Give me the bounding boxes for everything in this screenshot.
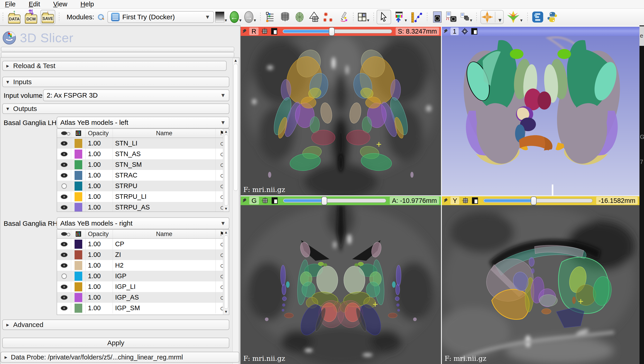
menu-item-edit[interactable]: Edit [29,1,40,8]
model-name[interactable]: CP [113,239,216,249]
menu-item-file[interactable]: File [5,1,16,8]
visibility-eye-icon[interactable] [61,141,68,146]
model-color-swatch[interactable] [74,282,82,291]
model-color-swatch[interactable] [74,203,82,212]
threed-view-label[interactable]: 1 [450,28,459,35]
visibility-eye-icon[interactable] [61,205,68,210]
panel-help-bar[interactable] [1,47,234,52]
model-opacity[interactable]: 1.00 [86,202,113,212]
toolbar-handle[interactable] [373,12,374,22]
slice-offset-slider[interactable] [283,199,386,203]
models-icon[interactable] [294,11,306,23]
model-table-row[interactable]: 1.00 STN_AS ○ [57,149,229,159]
save-button[interactable]: ↓ SAVE [40,10,55,24]
pin-icon[interactable] [444,198,449,203]
model-name[interactable]: STRPU_AS [113,202,216,212]
model-table-row[interactable]: 1.00 IGP ○ [57,271,229,281]
model-table-row[interactable]: 1.00 STRPU_AS ○ [57,202,229,212]
model-name[interactable]: IGP_LI [113,281,216,292]
toolbar-handle[interactable] [476,12,477,22]
threed-viewport[interactable]: 1 [442,27,640,195]
layout-selector-icon[interactable]: ▾ [358,11,369,23]
model-name[interactable]: STN_AS [113,149,216,159]
apply-button[interactable]: Apply [2,338,229,348]
rh-model-selector[interactable]: Atlas YeB models - right ▼ [57,217,229,229]
forward-arrow-icon[interactable]: →▾ [244,11,256,23]
panel-scrollbar[interactable]: ▲▼ [232,58,239,364]
model-color-swatch[interactable] [74,149,82,159]
pin-icon[interactable] [242,198,248,203]
yellow-slice-canvas[interactable]: F: mri.nii.gz [442,205,640,364]
lh-model-selector[interactable]: Atlas YeB models - left ▼ [57,117,229,128]
model-color-swatch[interactable] [74,272,82,281]
section-advanced[interactable]: ▸ Advanced [2,319,229,330]
ruler-measurement-icon[interactable] [411,11,423,23]
window-level-icon[interactable]: ▾ [392,11,408,23]
model-table-row[interactable]: 1.00 ZI ○ [57,249,229,260]
model-table-row[interactable]: 1.00 STRPU ○ [57,181,229,191]
slice-offset-slider[interactable] [282,29,392,33]
model-color-swatch[interactable] [74,240,82,249]
slice-intersections-icon[interactable]: ▾ [506,11,523,23]
slice-menu-icon[interactable] [471,197,478,204]
model-opacity[interactable]: 1.00 [86,239,113,249]
annotations-icon[interactable] [337,11,349,23]
model-color-swatch[interactable] [74,171,82,180]
toolbar-handle[interactable] [260,12,261,22]
model-opacity[interactable]: 1.00 [86,170,113,181]
model-table-row[interactable]: 1.00 IGP_SM ○ [57,303,229,313]
visibility-eye-icon[interactable] [61,263,68,268]
section-outputs[interactable]: ▾ Outputs [2,103,229,114]
slider-handle[interactable] [329,27,335,36]
model-opacity[interactable]: 1.00 [86,292,113,303]
module-search-icon[interactable] [98,14,104,21]
model-table-row[interactable]: 1.00 IGP_LI ○ [57,281,229,292]
model-opacity[interactable]: 1.00 [86,159,113,170]
model-name[interactable]: STN_LI [113,138,216,149]
model-table-row[interactable]: 1.00 IGP_AS ○ [57,292,229,303]
toolbar-handle[interactable] [352,12,354,22]
table-scrollbar[interactable]: ▲▼ [223,230,229,314]
volumes-icon[interactable] [279,11,291,23]
red-slice-viewport[interactable]: R S: 8.3247mm [241,27,441,195]
slice-link-icon[interactable] [462,197,469,204]
visibility-eye-icon[interactable] [61,162,68,167]
crosshair-button[interactable]: ▾ [480,10,504,24]
slice-menu-icon[interactable] [271,197,278,204]
extensions-manager-icon[interactable] [532,11,544,23]
toolbar-handle[interactable] [527,12,528,22]
model-table-row[interactable]: 1.00 STRPU_LI ○ [57,191,229,202]
menu-item-view[interactable]: View [53,1,67,8]
model-opacity[interactable]: 1.00 [86,191,113,202]
model-table-row[interactable]: 1.00 STN_SM ○ [57,159,229,170]
visibility-eye-icon[interactable] [61,285,68,289]
data-probe-bar[interactable]: ▸ Data Probe: /private/var/folders/z5/..… [0,352,239,363]
model-name[interactable]: IGP_SM [113,303,216,313]
module-selector[interactable]: First Try (Docker) ▼ [108,11,214,23]
center-view-icon[interactable] [461,28,468,35]
model-name[interactable]: ZI [113,249,216,260]
model-color-swatch[interactable] [74,293,82,302]
model-color-swatch[interactable] [74,160,82,169]
model-color-swatch[interactable] [74,304,82,313]
model-name[interactable]: STRPU_LI [113,191,216,202]
model-opacity[interactable]: 1.00 [86,249,113,260]
slider-handle[interactable] [531,197,536,205]
threed-canvas[interactable] [442,36,640,195]
model-name[interactable]: IGP [113,271,216,281]
toolbar-handle[interactable] [58,12,60,22]
slice-view-label[interactable]: G [249,197,259,205]
table-scrollbar[interactable]: ▲▼ [223,129,229,212]
model-name[interactable]: H2 [113,260,216,271]
model-color-swatch[interactable] [74,181,82,191]
model-table-row[interactable]: 1.00 STN_LI ○ [57,138,229,149]
dicom-button[interactable]: ⇅ DCM [24,10,38,24]
model-color-swatch[interactable] [74,250,82,259]
green-slice-canvas[interactable]: F: mri.nii.gz [241,205,441,364]
menu-item-help[interactable]: Help [80,1,94,8]
markups-icon[interactable] [323,11,334,23]
visibility-eye-icon[interactable] [61,152,68,156]
model-table-row[interactable]: 1.00 STRAC ○ [57,170,229,181]
model-name[interactable]: IGP_AS [113,292,216,303]
slice-link-icon[interactable] [262,197,269,204]
